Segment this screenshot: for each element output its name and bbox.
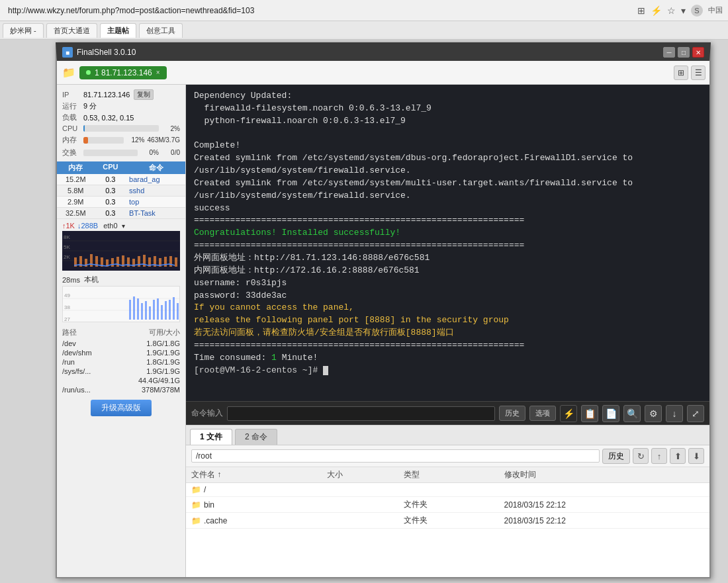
cmd-input-field[interactable]: [227, 406, 495, 421]
disk-path-header: 路径: [62, 328, 120, 337]
process-table: 内存 CPU 命令 15.2M 0.3 barad_ag 5.8M 0.3: [57, 161, 185, 219]
file-manager: /root 历史 ↻ ↑ ⬆ ⬇ 文件名 ↑: [186, 445, 709, 577]
cpu-value: 2%: [161, 125, 180, 132]
folder-icon[interactable]: 📁: [61, 65, 77, 81]
fullscreen-icon-btn[interactable]: ⤢: [687, 405, 704, 422]
terminal-line: username: r0s3ipjs: [194, 277, 702, 290]
upgrade-button[interactable]: 升级高级版: [91, 400, 152, 416]
fm-download-btn[interactable]: ⬇: [688, 448, 704, 464]
disk-row: /run 1.8G/1.9G: [57, 357, 185, 367]
browser-tab-3[interactable]: 主题帖: [100, 23, 136, 38]
fm-path-input[interactable]: /root: [191, 449, 600, 463]
ping-row: 28ms 本机: [62, 275, 180, 285]
browser-tab-4[interactable]: 创意工具: [139, 23, 183, 38]
bolt-icon-btn[interactable]: ⚡: [560, 405, 577, 422]
svg-rect-13: [111, 258, 114, 267]
grid-icon[interactable]: ⊞: [637, 5, 645, 16]
fs-right: Dependency Updated: firewalld-filesystem…: [186, 85, 709, 577]
window-controls: ─ □ ✕: [663, 47, 704, 58]
terminal-line: Time consumed: 1 Minute!: [194, 352, 702, 365]
net-iface: eth0: [103, 222, 117, 230]
fm-refresh-btn[interactable]: ↻: [633, 448, 649, 464]
terminal-line: release the following panel port [8888] …: [194, 314, 702, 327]
fm-up-btn[interactable]: ↑: [651, 448, 667, 464]
mem-pct-text: 12%: [126, 136, 145, 144]
session-tab[interactable]: 1 81.71.123.146 ×: [79, 66, 167, 79]
svg-rect-31: [129, 300, 131, 320]
file-name: 📁/: [186, 483, 322, 497]
disk-row: /run/us... 378M/378M: [57, 385, 185, 394]
window-app-icon: ■: [62, 47, 73, 58]
ip-label: IP: [62, 91, 81, 99]
ping-graph: 49 38 27: [62, 286, 180, 322]
browser-tab-2[interactable]: 首页大通道: [46, 23, 97, 38]
search-icon-btn[interactable]: 🔍: [623, 405, 641, 422]
ping-label: 本机: [84, 275, 99, 285]
disk-section: 路径 可用/大小 /dev 1.8G/1.8G /dev/shm 1.9G/1.…: [57, 325, 185, 394]
fm-path-bar: /root 历史 ↻ ↑ ⬆ ⬇: [186, 445, 709, 467]
lightning-icon[interactable]: ⚡: [651, 5, 662, 16]
swap-row: 交换 0% 0/0: [57, 146, 185, 159]
browser-tab-1[interactable]: 妙米网 -: [3, 23, 44, 38]
download-icon-btn[interactable]: ↓: [666, 405, 683, 422]
file-modified: 2018/03/15 22:12: [499, 497, 710, 513]
fs-toolbar: 📁 1 81.71.123.146 × ⊞ ☰: [57, 61, 709, 85]
minimize-button[interactable]: ─: [663, 47, 675, 58]
commands-tab[interactable]: 2 命令: [235, 429, 277, 445]
star-icon[interactable]: ☆: [667, 5, 676, 16]
fm-history-btn[interactable]: 历史: [602, 449, 630, 464]
svg-rect-42: [173, 297, 175, 320]
paste-icon-btn[interactable]: 📄: [602, 405, 619, 422]
close-button[interactable]: ✕: [692, 47, 704, 58]
fm-col-modified: 修改时间: [499, 467, 710, 483]
cpu-bar-fill: [83, 125, 85, 132]
fm-upload-btn[interactable]: ⬆: [670, 448, 686, 464]
ping-value: 28ms: [62, 276, 80, 284]
terminal-line: python-firewall.noarch 0:0.6.3-13.el7_9: [194, 115, 702, 128]
chevron-icon[interactable]: ▾: [681, 5, 686, 16]
fm-col-name: 文件名 ↑: [186, 467, 322, 483]
maximize-button[interactable]: □: [678, 47, 690, 58]
svg-rect-40: [165, 301, 167, 320]
file-type: [398, 483, 498, 497]
session-close[interactable]: ×: [156, 69, 160, 76]
copy-icon-btn[interactable]: 📋: [581, 405, 598, 422]
svg-rect-37: [153, 300, 155, 320]
file-type: 文件夹: [398, 497, 498, 513]
copy-ip-button[interactable]: 复制: [134, 89, 154, 100]
finalshell-window: ■ FinalShell 3.0.10 ─ □ ✕ 📁 1 81.71.123.…: [56, 42, 711, 578]
svg-text:2K: 2K: [64, 254, 70, 260]
mem-value: 463M/3.7G: [148, 136, 180, 144]
svg-text:49: 49: [64, 292, 70, 298]
files-tab[interactable]: 1 文件: [190, 429, 232, 445]
process-row: 2.9M 0.3 top: [57, 197, 185, 208]
terminal-line: firewalld-filesystem.noarch 0:0.6.3-13.e…: [194, 103, 702, 115]
list-view-btn[interactable]: ☰: [691, 66, 705, 80]
cpu-label: CPU: [62, 124, 81, 132]
swap-pct-text: 0%: [140, 149, 159, 156]
grid-view-btn[interactable]: ⊞: [674, 66, 688, 80]
disk-header: 路径 可用/大小: [57, 326, 185, 339]
options-button[interactable]: 选项: [529, 406, 556, 421]
svg-rect-34: [141, 303, 143, 320]
settings-icon-btn[interactable]: ⚙: [645, 405, 662, 422]
fs-bottom-tabs: 1 文件 2 命令: [186, 425, 709, 445]
table-row[interactable]: 📁/: [186, 483, 709, 497]
ping-section: 28ms 本机 49 38 27: [57, 273, 185, 325]
file-modified: [499, 483, 710, 497]
history-button[interactable]: 历史: [499, 406, 525, 421]
s-circle-icon: S: [691, 5, 703, 17]
terminal[interactable]: Dependency Updated: firewalld-filesystem…: [186, 85, 709, 401]
svg-rect-41: [169, 300, 171, 320]
mem-row: 内存 12% 463M/3.7G: [57, 134, 185, 146]
svg-rect-35: [145, 301, 147, 320]
svg-rect-38: [157, 298, 159, 320]
table-row[interactable]: 📁bin 文件夹 2018/03/15 22:12: [186, 497, 709, 513]
table-row[interactable]: 📁.cache 文件夹 2018/03/15 22:12: [186, 513, 709, 529]
proc-cmd-header: 命令: [126, 161, 185, 174]
net-dropdown-icon[interactable]: ▾: [122, 222, 125, 230]
ip-value: 81.71.123.146: [83, 91, 130, 99]
run-label: 运行: [62, 101, 81, 111]
finalshell-inner: 📁 1 81.71.123.146 × ⊞ ☰: [57, 61, 709, 577]
terminal-line: If you cannot access the panel,: [194, 302, 702, 314]
